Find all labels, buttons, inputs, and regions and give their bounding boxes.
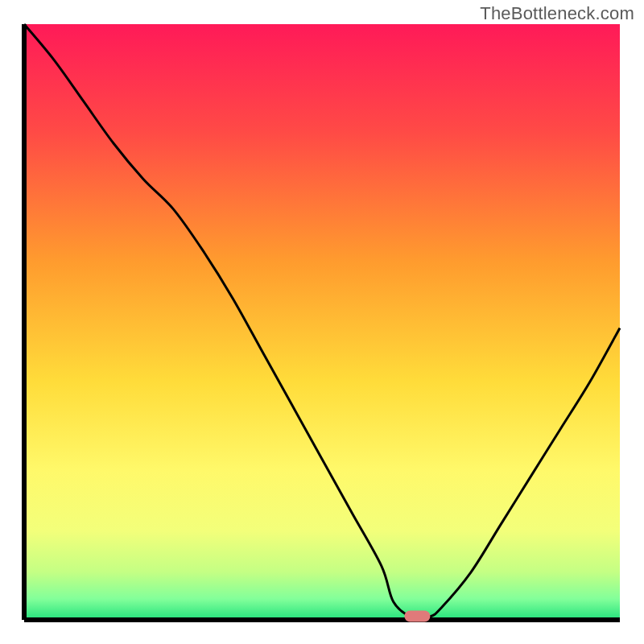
optimal-marker <box>404 611 430 622</box>
chart-container: TheBottleneck.com <box>0 0 644 644</box>
watermark-label: TheBottleneck.com <box>480 3 634 24</box>
chart-background <box>24 24 620 620</box>
bottleneck-chart <box>0 0 644 644</box>
